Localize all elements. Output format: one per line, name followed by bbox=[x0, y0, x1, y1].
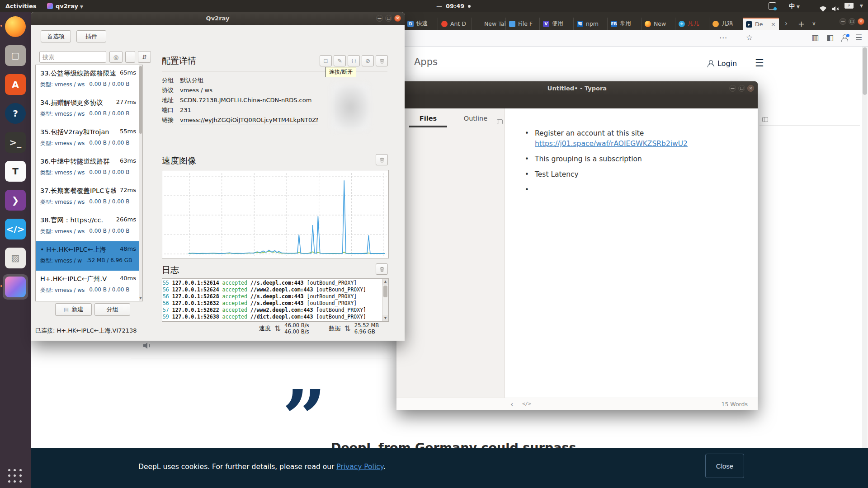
footer-back-icon[interactable]: ‹ bbox=[510, 400, 513, 408]
server-list-item[interactable]: • H+.HK←IPLC←上海 48ms 类型: vmess / w .52 M… bbox=[36, 241, 142, 271]
scroll-down-icon[interactable]: ▼ bbox=[139, 296, 142, 301]
typora-editor[interactable]: • Register an account at this site https… bbox=[505, 108, 758, 398]
preferences-button[interactable]: 首选项 bbox=[41, 30, 71, 42]
typora-titlebar[interactable]: Untitled• - Typora — □ × bbox=[396, 81, 758, 96]
plugins-button[interactable]: 插件 bbox=[76, 30, 106, 42]
search-input[interactable] bbox=[39, 51, 106, 63]
bookmark-star-icon[interactable]: ☆ bbox=[746, 33, 753, 42]
qv2ray-titlebar[interactable]: Qv2ray — □ × bbox=[31, 12, 405, 25]
clear-graph-button[interactable] bbox=[376, 154, 388, 165]
system-menu-chevron-icon[interactable]: ▼ bbox=[860, 0, 863, 12]
new-config-button[interactable]: ▤ 新建 bbox=[55, 303, 92, 316]
connect-disconnect-button[interactable]: ⊘ bbox=[362, 55, 374, 66]
library-icon[interactable]: ▥ bbox=[811, 33, 819, 42]
browser-tab[interactable]: 几鸡 bbox=[709, 18, 743, 30]
browser-tab[interactable]: Ant D bbox=[438, 18, 472, 30]
share-link-input[interactable]: vmess://eyJhZGQiOiJTQ0ROLjcyMTM4LkpNT0ZM… bbox=[180, 115, 318, 125]
bullet-link[interactable]: https://j01.space/waf/rAOIEGWKZSRb2iwU2 bbox=[535, 139, 688, 149]
speaker-icon[interactable] bbox=[142, 340, 153, 351]
browser-tab[interactable]: D 快速 bbox=[404, 18, 438, 30]
scroll-down-icon[interactable]: ▼ bbox=[382, 315, 388, 321]
page-widget-icon[interactable] bbox=[762, 117, 768, 122]
dock-item[interactable] bbox=[3, 14, 28, 39]
browser-tab[interactable]: 知 npm bbox=[573, 18, 607, 30]
dock-item[interactable]: >_ bbox=[3, 130, 28, 155]
dock-item[interactable]: T bbox=[3, 159, 28, 184]
qv2ray-maximize-button[interactable]: □ bbox=[385, 15, 392, 22]
scroll-up-ic on[interactable]: ▲ bbox=[382, 279, 388, 285]
cookie-close-button[interactable]: Close bbox=[705, 454, 744, 478]
filter-button[interactable] bbox=[125, 51, 135, 63]
show-applications-button[interactable] bbox=[8, 469, 23, 483]
hamburger-menu-icon[interactable]: ☰ bbox=[855, 33, 862, 42]
scrollbar-thumb[interactable] bbox=[863, 47, 867, 95]
privacy-policy-link[interactable]: Privacy Policy bbox=[336, 463, 383, 471]
server-list-item[interactable]: 33.公益等级線路嚴格限速 65ms 类型: vmess / ws 0.00 B… bbox=[36, 65, 142, 94]
tab-label: 几鸡 bbox=[722, 20, 733, 28]
server-list-item[interactable]: 36.中继中转隧道线路群 63ms 类型: vmess / ws 0.00 B … bbox=[36, 153, 142, 183]
server-list-item[interactable]: 37.长期套餐覆盖IPLC专线 72ms 类型: vmess / ws 0.00… bbox=[36, 183, 142, 212]
sort-button[interactable]: ⇵ bbox=[138, 51, 151, 63]
group-button[interactable]: 分组 bbox=[94, 303, 130, 316]
page-menu-icon[interactable]: ☰ bbox=[755, 57, 764, 69]
dock-item[interactable] bbox=[3, 274, 28, 300]
activities-button[interactable]: Activities bbox=[5, 0, 37, 12]
wifi-icon[interactable] bbox=[819, 3, 827, 15]
server-list-item[interactable]: H+.HK←IPLC←广州.V 40ms 类型: vmess / ws 0.00… bbox=[36, 271, 142, 300]
browser-tab[interactable]: V 使用 bbox=[539, 18, 573, 30]
log-output[interactable]: :55 127.0.0.1:52614 accepted //s.deepl.c… bbox=[162, 278, 389, 322]
qv2ray-minimize-button[interactable]: — bbox=[376, 15, 383, 22]
stop-button[interactable]: □ bbox=[320, 55, 332, 66]
tab-files[interactable]: Files bbox=[409, 115, 447, 122]
app-menu[interactable]: qv2ray▼ bbox=[47, 0, 83, 12]
dock-item[interactable]: ? bbox=[3, 101, 28, 126]
input-method-indicator[interactable]: 中▼ bbox=[789, 0, 800, 12]
server-list-scrollbar[interactable]: ▼ bbox=[139, 65, 142, 301]
volume-muted-icon[interactable] bbox=[832, 3, 840, 15]
editor-widget-icon[interactable] bbox=[497, 119, 503, 124]
dock-item[interactable]: </> bbox=[3, 216, 28, 242]
latency-test-button[interactable]: ◎ bbox=[109, 51, 123, 63]
tab-dropdown-icon[interactable]: ∨ bbox=[812, 18, 816, 30]
browser-tab[interactable]: New Tab bbox=[472, 18, 505, 30]
dock-item[interactable]: A bbox=[3, 72, 28, 97]
edit-config-button[interactable]: ✎ bbox=[334, 55, 346, 66]
browser-tab[interactable]: File F bbox=[505, 18, 539, 30]
typora-minimize-button[interactable]: — bbox=[729, 85, 736, 92]
qv2ray-close-button[interactable]: × bbox=[394, 15, 401, 22]
typora-close-button[interactable]: × bbox=[747, 85, 754, 92]
tab-outline[interactable]: Outline bbox=[458, 115, 494, 122]
dock-item[interactable]: ▨ bbox=[3, 245, 28, 271]
server-list-item[interactable]: 34.捐赠解锁更多协议 277ms 类型: vmess / ws 0.00 B … bbox=[36, 94, 142, 124]
edit-json-button[interactable]: { } bbox=[348, 55, 360, 66]
sidebar-icon[interactable]: ◧ bbox=[826, 33, 834, 42]
footer-code-icon[interactable]: </> bbox=[522, 401, 531, 407]
tab-close-icon[interactable]: × bbox=[771, 21, 776, 28]
browser-tab[interactable]: ▸ De × bbox=[743, 18, 779, 30]
page-scrollbar[interactable] bbox=[862, 47, 868, 488]
firefox-maximize-button[interactable]: □ bbox=[849, 18, 855, 25]
page-actions-icon[interactable]: ⋯ bbox=[719, 33, 727, 42]
browser-tab[interactable]: EB 常用 bbox=[607, 18, 641, 30]
scrollbar-thumb[interactable] bbox=[383, 286, 387, 297]
dock-item[interactable]: ▢ bbox=[3, 43, 28, 68]
bullet-dot: • bbox=[525, 185, 535, 195]
tab-overflow-icon[interactable]: › bbox=[785, 18, 788, 30]
browser-tab[interactable]: New bbox=[641, 18, 675, 30]
delete-config-button[interactable] bbox=[376, 55, 388, 66]
new-tab-button[interactable]: + bbox=[798, 18, 805, 30]
battery-icon[interactable]: ⚡ bbox=[844, 3, 854, 9]
login-button[interactable]: Login bbox=[707, 59, 737, 68]
log-scrollbar[interactable]: ▲ ▼ bbox=[382, 279, 388, 321]
typora-maximize-button[interactable]: □ bbox=[738, 85, 745, 92]
server-list-item[interactable]: 35.包括V2ray和Trojan 55ms 类型: vmess / ws 0.… bbox=[36, 124, 142, 153]
server-list-item[interactable]: 38.官网：https://cc. 266ms 类型: vmess / ws 0… bbox=[36, 212, 142, 241]
scrollbar-thumb[interactable] bbox=[139, 66, 142, 134]
clear-log-button[interactable] bbox=[376, 263, 388, 275]
dock-item[interactable]: ❯ bbox=[3, 188, 28, 213]
browser-tab[interactable]: ✈ 凡几 bbox=[675, 18, 709, 30]
clock[interactable]: —09:49 bbox=[436, 0, 471, 12]
tablet-indicator-icon[interactable] bbox=[769, 2, 776, 10]
firefox-close-button[interactable]: × bbox=[858, 18, 864, 25]
firefox-minimize-button[interactable]: — bbox=[840, 18, 846, 25]
